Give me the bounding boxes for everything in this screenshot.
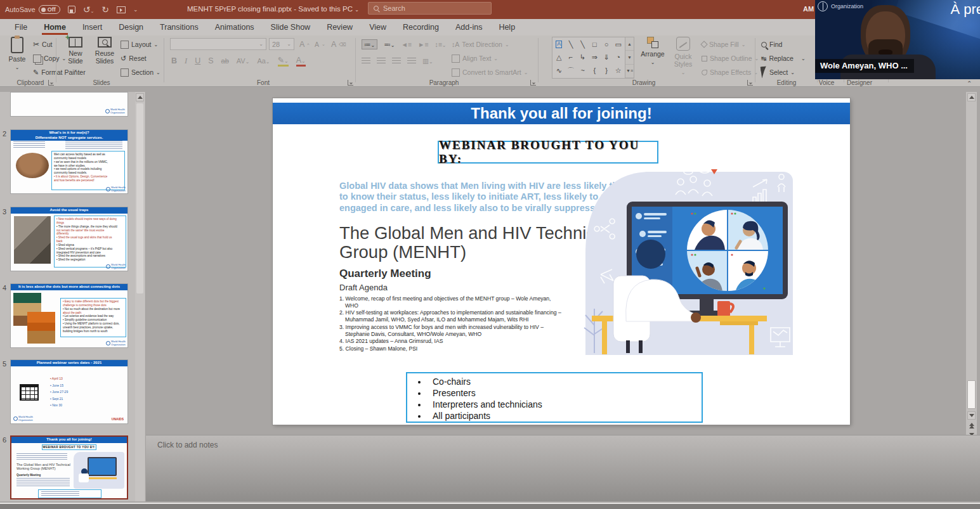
clear-formatting-button[interactable]: A⌫ [331, 38, 346, 51]
shapes-gallery-scroll[interactable]: ▲▼▼≡ [625, 37, 634, 79]
align-right-button[interactable] [392, 58, 401, 65]
slide-editing-canvas[interactable]: Thank you all for joining! Webinar broug… [273, 98, 850, 425]
slide-number: 5 [3, 360, 6, 368]
character-spacing-button[interactable]: AV⌄ [237, 57, 250, 65]
convert-smartart-button[interactable]: Convert to SmartArt⌄ [452, 66, 528, 79]
shapes-gallery[interactable]: A ╲╲□○▭ △⌐↳⇒⇓◔ ∿⌒~{}☆ [552, 37, 625, 79]
select-button[interactable]: Select⌄ [761, 66, 795, 79]
video-meeting-illustration [568, 168, 793, 355]
new-slide-button[interactable]: + New Slide⌄ [61, 37, 90, 79]
ribbon-tab[interactable]: Recording [395, 20, 447, 35]
slide-thumbnail-3[interactable]: Avoid the usual traps • New models shoul… [10, 207, 128, 271]
ribbon-tab[interactable]: Insert [74, 20, 110, 35]
notes-placeholder[interactable]: Click to add notes [157, 441, 218, 449]
ribbon-tab[interactable]: Help [490, 20, 523, 35]
thumbnail-date-line: • April 13 [50, 375, 68, 382]
slide-thumbnail-2[interactable]: What's in it for me(n)?Differentiate NOT… [10, 129, 128, 194]
cut-button[interactable]: ✂Cut [33, 38, 52, 51]
paste-button[interactable]: Paste⌄ [3, 37, 32, 79]
text-direction-button[interactable]: ↕AText Direction⌄ [452, 38, 509, 51]
agenda-list[interactable]: 1. Welcome, recap of first meeting and o… [339, 295, 563, 353]
reset-button[interactable]: ↺Reset [121, 52, 147, 65]
italic-button[interactable]: I [185, 56, 187, 66]
thanks-box[interactable]: Co-chairsPresentersInterpreters and tech… [406, 372, 703, 423]
slide-title-banner[interactable]: Thank you all for joining! [273, 103, 850, 124]
replace-button[interactable]: ↹Replace⌄ [761, 52, 806, 65]
slide-thumbnail-5[interactable]: Planned webinar series dates - 2021 • Ap… [10, 359, 128, 424]
bullets-button[interactable]: ≔⌄ [362, 39, 377, 49]
slide-thumbnail-6-selected[interactable]: Thank you all for joining! Webinar broug… [10, 435, 128, 499]
ribbon-tab[interactable]: File [6, 20, 36, 35]
numbering-button[interactable]: ≕⌄ [384, 41, 395, 48]
line-spacing-button[interactable]: ↕≡⌄ [434, 41, 446, 48]
webinar-box[interactable]: Webinar brought to you by: [438, 141, 658, 164]
section-button[interactable]: Section⌄ [121, 66, 160, 79]
scrollbar-thumb[interactable] [967, 380, 976, 409]
highlight-color-button[interactable]: ✎⌄ [278, 55, 289, 67]
font-color-button[interactable]: A⌄ [296, 56, 306, 67]
notes-pane[interactable]: Click to add notes [146, 435, 980, 501]
slide-thumbnail-1[interactable]: World HealthOrganization [10, 92, 128, 117]
scroll-down-button[interactable] [967, 411, 976, 420]
paragraph-dialog-launcher[interactable] [530, 80, 536, 86]
ribbon-tab[interactable]: Design [110, 20, 152, 35]
shadow-button[interactable]: S [208, 56, 213, 65]
ribbon-tab[interactable]: Review [318, 20, 361, 35]
ribbon-tab[interactable]: Slide Show [263, 20, 319, 35]
customize-qat-chevron-icon[interactable]: ⌄ [133, 7, 138, 13]
ribbon-tab[interactable]: Transitions [152, 20, 207, 35]
editor-vertical-scrollbar[interactable] [966, 92, 977, 435]
new-slide-icon: + [69, 37, 82, 48]
micro-text [16, 478, 70, 487]
font-size-combo[interactable]: 28⌄ [269, 38, 294, 50]
ribbon-tab[interactable]: Add-ins [447, 20, 490, 35]
font-dialog-launcher[interactable] [348, 80, 353, 86]
paste-icon [11, 37, 23, 53]
account-initials-badge[interactable]: AM [803, 5, 814, 13]
autosave-toggle[interactable]: AutoSave Off [5, 5, 60, 14]
clipboard-dialog-launcher[interactable] [48, 80, 54, 86]
ribbon-tab[interactable]: View [361, 20, 395, 35]
increase-indent-button[interactable]: ►≡ [418, 41, 429, 48]
align-left-button[interactable] [362, 58, 370, 65]
search-input[interactable]: Search [368, 2, 492, 15]
redo-icon[interactable]: ↻ [101, 5, 109, 14]
align-center-button[interactable] [377, 58, 386, 65]
align-text-button[interactable]: Align Text⌄ [452, 52, 498, 65]
reuse-slides-button[interactable]: Reuse Slides [90, 37, 119, 79]
scroll-up-button[interactable] [136, 93, 144, 101]
find-button[interactable]: Find [761, 38, 782, 51]
undo-icon[interactable]: ↺⌄ [83, 5, 95, 14]
strikethrough-button[interactable]: ab [221, 57, 229, 65]
ribbon-tab[interactable]: Animations [207, 20, 263, 35]
autosave-pill[interactable]: Off [39, 5, 60, 14]
shape-outline-button[interactable]: Shape Outline⌄ [702, 52, 759, 65]
arrange-button[interactable]: Arrange⌄ [638, 37, 667, 79]
collapse-ribbon-chevron-icon[interactable]: ⌃ [967, 80, 972, 87]
shrink-font-button[interactable]: A⌄ [315, 38, 325, 51]
save-icon[interactable] [68, 6, 75, 13]
decrease-indent-button[interactable]: ◄≡ [401, 41, 412, 48]
quick-access-toolbar: AutoSave Off ↺⌄ ↻ ⌄ [5, 0, 138, 19]
scroll-up-button[interactable] [967, 93, 976, 101]
scrollbar-thumb[interactable] [136, 103, 143, 293]
shape-fill-button[interactable]: Shape Fill⌄ [702, 38, 745, 51]
slide-thumbnail-4[interactable]: It is less about the dots but more about… [10, 283, 128, 348]
layout-button[interactable]: Layout⌄ [121, 38, 158, 51]
thumbnail-panel-scrollbar[interactable] [135, 92, 145, 501]
textbox-shape-icon[interactable]: A [556, 41, 562, 48]
bold-button[interactable]: B [171, 56, 177, 65]
grow-font-button[interactable]: A^ [299, 38, 310, 51]
columns-button[interactable]: ▥⌄ [422, 57, 433, 65]
who-logo: World HealthOrganization [106, 186, 126, 192]
previous-slide-button[interactable] [967, 422, 976, 430]
start-presentation-icon[interactable] [117, 6, 126, 13]
video-call-overlay[interactable]: Organization À pre Wole Ameyan, WHO ... [815, 0, 980, 79]
font-name-combo[interactable]: ⌄ [170, 38, 266, 50]
change-case-button[interactable]: Aa⌄ [257, 57, 270, 65]
justify-button[interactable] [407, 58, 416, 65]
shape-effects-button[interactable]: Shape Effects⌄ [702, 66, 758, 79]
quick-styles-button[interactable]: Quick Styles⌄ [669, 37, 698, 79]
underline-button[interactable]: U [195, 56, 200, 65]
toggle-dot-icon [41, 8, 46, 12]
